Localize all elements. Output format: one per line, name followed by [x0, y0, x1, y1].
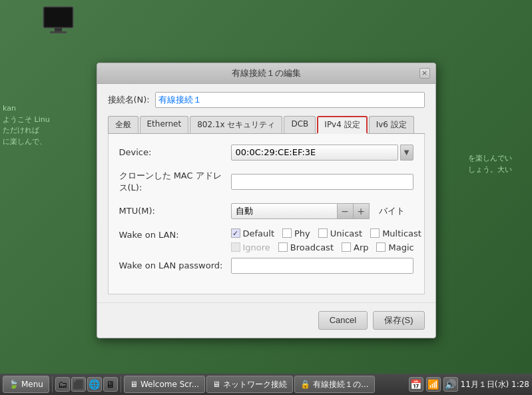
wake-ignore-checkbox[interactable]	[231, 242, 240, 252]
wake-magic-checkbox[interactable]	[376, 242, 386, 252]
connection-name-row: 接続名(N):	[108, 92, 425, 108]
wake-arp-label: Arp	[354, 242, 369, 252]
tab-ipv6[interactable]: Iv6 設定	[369, 116, 414, 133]
menu-button[interactable]: 🍃 Menu	[3, 376, 49, 393]
wake-multicast-item[interactable]: Multicast	[370, 228, 421, 238]
dialog-close-button[interactable]: ×	[419, 68, 430, 79]
dialog-footer: Cancel 保存(S)	[97, 302, 435, 338]
conn-name-label: 接続名(N):	[108, 94, 150, 106]
wake-unicast-checkbox[interactable]	[318, 228, 328, 238]
wake-ignore-item[interactable]: Ignore	[231, 242, 270, 252]
wake-magic-label: Magic	[388, 242, 413, 252]
wake-on-lan-row: Wake on LAN: ✓ Default Phy	[119, 228, 413, 252]
wake-default-item[interactable]: ✓ Default	[231, 228, 275, 238]
mtu-row: MTU(M): 自動 − + バイト	[119, 203, 413, 219]
tabs-container: 全般 Ethernet 802.1x セキュリティ DCB IPv4 設定 Iv…	[108, 116, 425, 134]
wake-checks-row1: ✓ Default Phy Unicast	[231, 228, 421, 238]
wake-arp-item[interactable]: Arp	[342, 242, 369, 252]
taskbar-terminal[interactable]: ⬛	[71, 377, 86, 392]
taskbar-network[interactable]: 🖥	[103, 377, 118, 392]
taskbar-wired-label: 有線接続１の...	[313, 379, 368, 390]
wake-ignore-label: Ignore	[243, 242, 270, 252]
mtu-unit: バイト	[379, 205, 405, 217]
wake-default-checkbox[interactable]: ✓	[231, 228, 240, 238]
device-select[interactable]: 00:0C:29:CE:EF:3E	[231, 145, 398, 161]
taskbar-browser[interactable]: 🌐	[87, 377, 102, 392]
wake-multicast-checkbox[interactable]	[370, 228, 380, 238]
tab-ipv4[interactable]: IPv4 設定	[317, 116, 367, 134]
wake-checks: ✓ Default Phy Unicast	[231, 228, 421, 252]
taskbar-network-label: ネットワーク接続	[223, 379, 287, 390]
taskbar: 🍃 Menu 🗂 ⬛ 🌐 🖥 🖥 Welcome Scr... 🖥 ネットワーク…	[0, 374, 532, 395]
taskbar-file-manager[interactable]: 🗂	[55, 377, 70, 392]
menu-label: Menu	[21, 380, 43, 389]
tab-general[interactable]: 全般	[108, 116, 138, 133]
dialog-content: 接続名(N): 全般 Ethernet 802.1x セキュリティ DCB IP…	[97, 84, 435, 302]
conn-name-input[interactable]	[155, 92, 425, 108]
mac-input[interactable]	[231, 174, 413, 190]
mac-row: クローンした MAC アドレス(L):	[119, 170, 413, 194]
desktop: kan ようこそ Linu ただければ に楽しんで、 を楽しんでい しょう。大い…	[0, 0, 532, 395]
taskbar-welcome-icon: 🖥	[130, 380, 138, 389]
mtu-label: MTU(M):	[119, 206, 226, 216]
wake-broadcast-item[interactable]: Broadcast	[278, 242, 334, 252]
taskbar-volume-icon[interactable]: 🔊	[443, 377, 458, 392]
device-select-wrap: 00:0C:29:CE:EF:3E ▼	[231, 145, 413, 161]
save-button[interactable]: 保存(S)	[373, 311, 424, 330]
device-value: 00:0C:29:CE:EF:3E	[236, 147, 316, 157]
wake-checks-row2: Ignore Broadcast Arp	[231, 242, 421, 252]
dialog-titlebar: 有線接続１の編集 ×	[97, 63, 435, 84]
taskbar-wired-icon: 🔒	[300, 380, 310, 389]
tab-ethernet[interactable]: Ethernet	[140, 116, 189, 133]
mtu-value: 自動	[236, 205, 253, 217]
wake-phy-label: Phy	[294, 228, 310, 238]
tab-dcb[interactable]: DCB	[284, 116, 316, 133]
form-area: Device: 00:0C:29:CE:EF:3E ▼ クローンした MAC ア…	[108, 134, 425, 294]
taskbar-clock: 11月１日(水) 1:28	[461, 379, 529, 390]
device-label: Device:	[119, 147, 226, 157]
network-edit-dialog: 有線接続１の編集 × 接続名(N): 全般 Ethernet 802.1x セキ…	[97, 63, 436, 338]
taskbar-welcome-label: Welcome Scr...	[140, 380, 199, 389]
mac-label: クローンした MAC アドレス(L):	[119, 170, 226, 194]
wake-phy-item[interactable]: Phy	[282, 228, 310, 238]
dialog-title: 有線接続１の編集	[113, 67, 419, 79]
taskbar-welcome[interactable]: 🖥 Welcome Scr...	[124, 376, 205, 393]
wake-label: Wake on LAN:	[119, 228, 226, 240]
mtu-select[interactable]: 自動	[231, 203, 338, 219]
taskbar-network-icon: 🖥	[212, 380, 220, 389]
device-dropdown-arrow[interactable]: ▼	[400, 145, 413, 161]
cancel-button[interactable]: Cancel	[318, 311, 368, 330]
tab-8021x[interactable]: 802.1x セキュリティ	[190, 116, 282, 133]
taskbar-network-status-icon[interactable]: 📶	[426, 377, 441, 392]
mtu-plus-button[interactable]: +	[354, 203, 370, 219]
device-row: Device: 00:0C:29:CE:EF:3E ▼	[119, 145, 413, 161]
wake-password-label: Wake on LAN password:	[119, 260, 226, 270]
wake-broadcast-label: Broadcast	[290, 242, 334, 252]
wake-default-label: Default	[243, 228, 275, 238]
wake-unicast-label: Unicast	[330, 228, 362, 238]
wake-multicast-label: Multicast	[382, 228, 421, 238]
wake-password-row: Wake on LAN password:	[119, 258, 413, 274]
taskbar-network-conn[interactable]: 🖥 ネットワーク接続	[206, 376, 293, 393]
wake-unicast-item[interactable]: Unicast	[318, 228, 362, 238]
taskbar-right: 📅 📶 🔊 11月１日(水) 1:28	[409, 377, 529, 392]
menu-icon: 🍃	[9, 380, 19, 389]
taskbar-calendar-icon[interactable]: 📅	[409, 377, 423, 392]
wake-phy-checkbox[interactable]	[282, 228, 292, 238]
taskbar-separator-2	[121, 376, 121, 392]
wake-arp-checkbox[interactable]	[342, 242, 351, 252]
mtu-minus-button[interactable]: −	[338, 203, 354, 219]
taskbar-wired-conn[interactable]: 🔒 有線接続１の...	[294, 376, 374, 393]
wake-broadcast-checkbox[interactable]	[278, 242, 288, 252]
wake-magic-item[interactable]: Magic	[376, 242, 413, 252]
dialog-controls: ×	[419, 68, 430, 79]
dialog-backdrop: 有線接続１の編集 × 接続名(N): 全般 Ethernet 802.1x セキ…	[0, 0, 532, 374]
taskbar-separator-1	[52, 376, 53, 392]
wake-password-input[interactable]	[231, 258, 413, 274]
mtu-controls: 自動 − +	[231, 203, 370, 219]
